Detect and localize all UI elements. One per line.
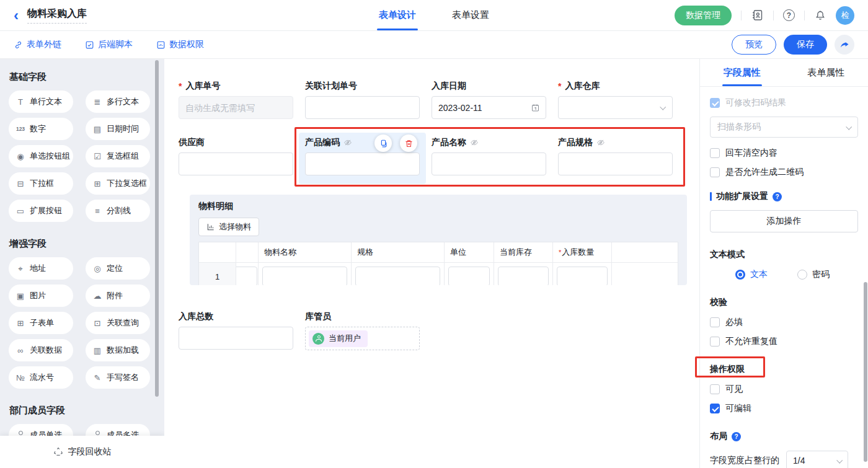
field-pill-address[interactable]: ⌖地址 xyxy=(9,257,73,280)
back-icon[interactable]: ‹ xyxy=(14,8,19,23)
field-pill-number[interactable]: 123数字 xyxy=(9,118,73,140)
field-product-spec[interactable]: 产品规格 xyxy=(558,138,673,175)
field-plan-no[interactable]: 关联计划单号 xyxy=(305,81,420,119)
save-button[interactable]: 保存 xyxy=(784,35,827,55)
form-title[interactable]: 物料采购入库 xyxy=(27,7,87,24)
field-pill-radio-group[interactable]: ◉单选按钮组 xyxy=(9,145,73,167)
field-recycle-bin[interactable]: 字段回收站 xyxy=(0,436,164,468)
user-avatar[interactable]: 检 xyxy=(836,6,854,25)
notification-bell-icon[interactable] xyxy=(814,9,826,22)
field-pill-select[interactable]: ⊟下拉框 xyxy=(9,172,73,195)
field-warehouse[interactable]: 入库仓库 xyxy=(558,81,673,119)
allow-qrcode-row[interactable]: 是否允许生成二维码 xyxy=(710,167,858,178)
editable-row[interactable]: 可编辑 xyxy=(710,403,858,414)
tab-field-properties[interactable]: 字段属性 xyxy=(700,59,784,86)
tab-form-properties[interactable]: 表单属性 xyxy=(784,59,868,86)
warehouse-select[interactable] xyxy=(558,96,673,119)
product-code-input[interactable] xyxy=(305,152,420,175)
field-pill-signature[interactable]: ✎手写签名 xyxy=(86,366,150,389)
field-inbound-no[interactable]: 入库单号 xyxy=(179,81,293,119)
material-detail-subform[interactable]: 物料明细 选择物料 物料名称 规格 单位 当前库存 xyxy=(190,195,687,285)
help-question-icon[interactable]: ? xyxy=(773,192,782,201)
editable-checkbox[interactable] xyxy=(710,404,720,413)
required-checkbox[interactable] xyxy=(710,317,720,327)
required-row[interactable]: 必填 xyxy=(710,317,858,328)
calendar-icon[interactable] xyxy=(531,103,540,112)
product-spec-input[interactable] xyxy=(558,152,673,175)
member-field-box[interactable]: 当前用户 xyxy=(305,327,420,350)
allow-qrcode-checkbox[interactable] xyxy=(710,167,720,177)
visible-checkbox[interactable] xyxy=(710,384,720,394)
help-icon[interactable]: ? xyxy=(783,9,795,21)
form-external-link-button[interactable]: 表单外链 xyxy=(14,39,61,50)
product-name-input[interactable] xyxy=(432,152,546,175)
backend-script-button[interactable]: 后端脚本 xyxy=(85,39,133,50)
field-pill-attachment[interactable]: ☁附件 xyxy=(86,285,150,307)
spec-input[interactable] xyxy=(355,267,440,285)
sidebar-scrollbar[interactable] xyxy=(155,60,159,397)
inbound-qty-cell xyxy=(553,263,612,285)
select-material-button[interactable]: 选择物料 xyxy=(198,218,259,236)
radio-unselected-icon[interactable] xyxy=(797,270,807,280)
copy-field-icon[interactable] xyxy=(374,135,392,152)
no-repeat-row[interactable]: 不允许重复值 xyxy=(710,336,858,347)
field-pill-image[interactable]: ▣图片 xyxy=(9,285,73,307)
pill-label: 单行文本 xyxy=(30,96,62,107)
layout-help-icon[interactable]: ? xyxy=(732,432,741,441)
unit-input[interactable] xyxy=(448,267,490,285)
field-pill-linked-query[interactable]: ⊡关联查询 xyxy=(86,312,150,334)
add-action-button[interactable]: 添加操作 xyxy=(710,210,858,232)
address-book-icon[interactable] xyxy=(751,9,764,22)
divider xyxy=(741,11,742,20)
field-pill-checkbox-group[interactable]: ☑复选框组 xyxy=(86,145,150,167)
property-panel: 字段属性 表单属性 可修改扫码结果 扫描条形码 回车清空内容 xyxy=(699,59,868,468)
enter-clear-row[interactable]: 回车清空内容 xyxy=(710,148,858,159)
field-total-qty[interactable]: 入库总数 xyxy=(179,312,293,350)
data-permission-button[interactable]: 数据权限 xyxy=(156,39,204,50)
field-product-name[interactable]: 产品名称 xyxy=(432,138,546,175)
field-pill-multi-text[interactable]: ≣多行文本 xyxy=(86,91,150,113)
inbound-date-input[interactable] xyxy=(432,96,546,119)
total-qty-input[interactable] xyxy=(179,327,293,350)
field-pill-extend-button[interactable]: ▭扩展按钮 xyxy=(9,200,73,222)
radio-text-option[interactable]: 文本 xyxy=(735,269,768,280)
field-pill-multi-select[interactable]: ⊞下拉复选框 xyxy=(86,172,150,195)
text-mode-radios: 文本 密码 xyxy=(710,269,858,280)
target-icon: ◎ xyxy=(92,265,102,273)
field-pill-subform[interactable]: ⊞子表单 xyxy=(9,312,73,334)
no-repeat-checkbox[interactable] xyxy=(710,337,720,347)
tab-form-settings[interactable]: 表单设置 xyxy=(452,0,489,30)
preview-button[interactable]: 预览 xyxy=(732,35,776,55)
current-stock-input[interactable] xyxy=(498,267,549,285)
field-pill-single-text[interactable]: T单行文本 xyxy=(9,91,73,113)
basic-field-grid: T单行文本 ≣多行文本 123数字 ▤日期时间 ◉单选按钮组 ☑复选框组 ⊟下拉… xyxy=(9,91,156,222)
extension-settings-label: 功能扩展设置 xyxy=(716,191,768,202)
radio-password-option[interactable]: 密码 xyxy=(797,269,830,280)
supplier-input[interactable] xyxy=(179,152,293,175)
plan-no-input[interactable] xyxy=(305,96,420,119)
radio-selected-icon[interactable] xyxy=(735,270,745,280)
visible-row[interactable]: 可见 xyxy=(710,384,858,395)
field-width-select[interactable]: 1/4 xyxy=(786,451,848,468)
enter-clear-checkbox[interactable] xyxy=(710,148,720,158)
field-pill-linked-data[interactable]: ∞关联数据 xyxy=(9,339,73,361)
field-pill-datetime[interactable]: ▤日期时间 xyxy=(86,118,150,140)
field-supplier[interactable]: 供应商 xyxy=(179,138,293,175)
material-name-input[interactable] xyxy=(262,267,347,285)
tab-form-design[interactable]: 表单设计 xyxy=(379,0,416,30)
material-name-cell xyxy=(259,263,352,285)
field-product-code[interactable]: 产品编码 xyxy=(305,138,420,175)
field-pill-data-load[interactable]: ▥数据加载 xyxy=(86,339,150,361)
clipped-input[interactable] xyxy=(236,267,257,285)
field-pill-divider[interactable]: ≡分割线 xyxy=(86,200,150,222)
delete-field-icon[interactable] xyxy=(400,135,417,152)
panel-scrollbar[interactable] xyxy=(864,282,867,462)
field-pill-geolocation[interactable]: ◎定位 xyxy=(86,257,150,280)
current-user-tag[interactable]: 当前用户 xyxy=(309,330,368,347)
field-warehouse-keeper[interactable]: 库管员 当前用户 xyxy=(305,312,420,350)
data-manage-button[interactable]: 数据管理 xyxy=(675,6,732,25)
field-pill-serial-number[interactable]: №流水号 xyxy=(9,366,73,389)
field-inbound-date[interactable]: 入库日期 xyxy=(432,81,546,119)
inbound-qty-input[interactable] xyxy=(557,267,608,285)
share-icon[interactable] xyxy=(835,35,854,55)
